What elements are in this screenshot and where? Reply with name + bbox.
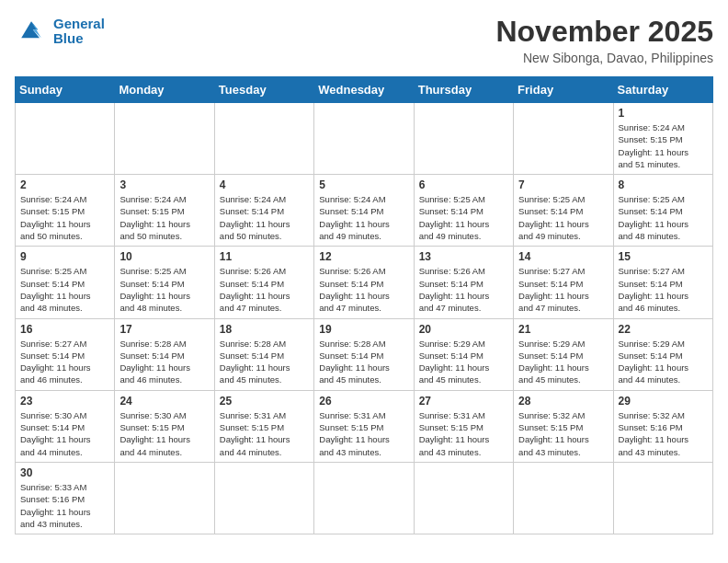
header-section: General Blue November 2025 New Sibonga, … (15, 15, 713, 65)
day-cell: 19Sunrise: 5:28 AMSunset: 5:14 PMDayligh… (314, 318, 414, 390)
weekday-header-tuesday: Tuesday (214, 77, 313, 103)
day-cell: 9Sunrise: 5:25 AMSunset: 5:14 PMDaylight… (16, 247, 115, 318)
day-cell (214, 103, 313, 175)
day-info: Sunrise: 5:32 AMSunset: 5:15 PMDaylight:… (518, 409, 608, 458)
weekday-header-thursday: Thursday (414, 77, 513, 103)
day-cell: 4Sunrise: 5:24 AMSunset: 5:14 PMDaylight… (214, 175, 313, 247)
day-info: Sunrise: 5:27 AMSunset: 5:14 PMDaylight:… (619, 265, 708, 314)
day-number: 12 (319, 250, 408, 263)
day-cell (514, 462, 613, 534)
day-number: 18 (220, 323, 309, 336)
day-cell: 6Sunrise: 5:25 AMSunset: 5:14 PMDaylight… (414, 175, 513, 247)
day-cell: 14Sunrise: 5:27 AMSunset: 5:14 PMDayligh… (514, 247, 613, 318)
logo-blue: Blue (53, 30, 84, 46)
week-row-0: 1Sunrise: 5:24 AMSunset: 5:15 PMDaylight… (16, 103, 713, 175)
day-cell: 12Sunrise: 5:26 AMSunset: 5:14 PMDayligh… (314, 247, 414, 318)
day-info: Sunrise: 5:27 AMSunset: 5:14 PMDaylight:… (518, 265, 608, 314)
day-info: Sunrise: 5:30 AMSunset: 5:15 PMDaylight:… (119, 409, 209, 458)
day-cell (16, 103, 115, 175)
day-cell: 8Sunrise: 5:25 AMSunset: 5:14 PMDaylight… (613, 175, 712, 247)
day-cell: 18Sunrise: 5:28 AMSunset: 5:14 PMDayligh… (214, 318, 313, 390)
day-cell (214, 462, 313, 534)
day-cell: 16Sunrise: 5:27 AMSunset: 5:14 PMDayligh… (16, 318, 115, 390)
day-info: Sunrise: 5:33 AMSunset: 5:16 PMDaylight:… (20, 481, 109, 530)
week-row-1: 2Sunrise: 5:24 AMSunset: 5:15 PMDaylight… (16, 175, 713, 247)
day-info: Sunrise: 5:29 AMSunset: 5:14 PMDaylight:… (419, 338, 508, 386)
weekday-header-monday: Monday (115, 77, 214, 103)
logo-icon (15, 15, 48, 48)
day-number: 10 (119, 250, 209, 263)
day-cell: 23Sunrise: 5:30 AMSunset: 5:14 PMDayligh… (16, 390, 115, 462)
day-cell: 22Sunrise: 5:29 AMSunset: 5:14 PMDayligh… (613, 318, 712, 390)
day-cell: 2Sunrise: 5:24 AMSunset: 5:15 PMDaylight… (16, 175, 115, 247)
day-cell: 1Sunrise: 5:24 AMSunset: 5:15 PMDaylight… (613, 103, 712, 175)
day-number: 8 (619, 178, 708, 191)
day-info: Sunrise: 5:24 AMSunset: 5:15 PMDaylight:… (619, 121, 708, 170)
day-info: Sunrise: 5:30 AMSunset: 5:14 PMDaylight:… (20, 409, 109, 458)
day-number: 29 (619, 395, 708, 408)
day-info: Sunrise: 5:31 AMSunset: 5:15 PMDaylight:… (319, 409, 408, 458)
day-number: 25 (220, 395, 309, 408)
logo: General Blue (15, 15, 105, 48)
day-number: 6 (419, 178, 508, 191)
calendar-body: 1Sunrise: 5:24 AMSunset: 5:15 PMDaylight… (16, 103, 713, 534)
day-number: 26 (319, 395, 408, 408)
day-info: Sunrise: 5:24 AMSunset: 5:15 PMDaylight:… (119, 193, 209, 242)
day-cell: 29Sunrise: 5:32 AMSunset: 5:16 PMDayligh… (613, 390, 712, 462)
day-cell: 5Sunrise: 5:24 AMSunset: 5:14 PMDaylight… (314, 175, 414, 247)
day-number: 4 (220, 178, 309, 191)
day-number: 13 (419, 250, 508, 263)
day-number: 14 (518, 250, 608, 263)
day-cell: 24Sunrise: 5:30 AMSunset: 5:15 PMDayligh… (115, 390, 214, 462)
weekday-header-wednesday: Wednesday (314, 77, 414, 103)
title-block: November 2025 New Sibonga, Davao, Philip… (495, 15, 713, 65)
day-number: 28 (518, 395, 608, 408)
day-cell: 28Sunrise: 5:32 AMSunset: 5:15 PMDayligh… (514, 390, 613, 462)
day-info: Sunrise: 5:28 AMSunset: 5:14 PMDaylight:… (319, 338, 408, 386)
day-info: Sunrise: 5:31 AMSunset: 5:15 PMDaylight:… (220, 409, 309, 458)
day-info: Sunrise: 5:28 AMSunset: 5:14 PMDaylight:… (220, 338, 309, 386)
day-number: 11 (220, 250, 309, 263)
day-cell: 27Sunrise: 5:31 AMSunset: 5:15 PMDayligh… (414, 390, 513, 462)
day-info: Sunrise: 5:24 AMSunset: 5:14 PMDaylight:… (319, 193, 408, 242)
day-cell (115, 462, 214, 534)
day-cell: 20Sunrise: 5:29 AMSunset: 5:14 PMDayligh… (414, 318, 513, 390)
day-cell: 26Sunrise: 5:31 AMSunset: 5:15 PMDayligh… (314, 390, 414, 462)
day-cell: 7Sunrise: 5:25 AMSunset: 5:14 PMDaylight… (514, 175, 613, 247)
day-info: Sunrise: 5:31 AMSunset: 5:15 PMDaylight:… (419, 409, 508, 458)
day-cell: 15Sunrise: 5:27 AMSunset: 5:14 PMDayligh… (613, 247, 712, 318)
day-number: 30 (20, 466, 109, 479)
day-info: Sunrise: 5:29 AMSunset: 5:14 PMDaylight:… (619, 338, 708, 386)
day-cell: 30Sunrise: 5:33 AMSunset: 5:16 PMDayligh… (16, 462, 115, 534)
day-number: 1 (619, 107, 708, 120)
week-row-3: 16Sunrise: 5:27 AMSunset: 5:14 PMDayligh… (16, 318, 713, 390)
day-number: 2 (20, 178, 109, 191)
day-cell (115, 103, 214, 175)
day-info: Sunrise: 5:24 AMSunset: 5:14 PMDaylight:… (220, 193, 309, 242)
day-info: Sunrise: 5:29 AMSunset: 5:14 PMDaylight:… (518, 338, 608, 386)
weekday-header-sunday: Sunday (16, 77, 115, 103)
day-info: Sunrise: 5:27 AMSunset: 5:14 PMDaylight:… (20, 338, 109, 386)
day-cell: 3Sunrise: 5:24 AMSunset: 5:15 PMDaylight… (115, 175, 214, 247)
weekday-header-saturday: Saturday (613, 77, 712, 103)
day-info: Sunrise: 5:26 AMSunset: 5:14 PMDaylight:… (419, 265, 508, 314)
week-row-5: 30Sunrise: 5:33 AMSunset: 5:16 PMDayligh… (16, 462, 713, 534)
day-info: Sunrise: 5:32 AMSunset: 5:16 PMDaylight:… (619, 409, 708, 458)
day-cell: 25Sunrise: 5:31 AMSunset: 5:15 PMDayligh… (214, 390, 313, 462)
day-info: Sunrise: 5:26 AMSunset: 5:14 PMDaylight:… (220, 265, 309, 314)
weekday-header-friday: Friday (514, 77, 613, 103)
day-info: Sunrise: 5:25 AMSunset: 5:14 PMDaylight:… (619, 193, 708, 242)
day-cell (414, 103, 513, 175)
day-number: 27 (419, 395, 508, 408)
day-number: 24 (119, 395, 209, 408)
day-cell: 11Sunrise: 5:26 AMSunset: 5:14 PMDayligh… (214, 247, 313, 318)
day-info: Sunrise: 5:25 AMSunset: 5:14 PMDaylight:… (119, 265, 209, 314)
day-number: 19 (319, 323, 408, 336)
day-cell: 10Sunrise: 5:25 AMSunset: 5:14 PMDayligh… (115, 247, 214, 318)
day-number: 21 (518, 323, 608, 336)
day-number: 3 (119, 178, 209, 191)
day-info: Sunrise: 5:25 AMSunset: 5:14 PMDaylight:… (518, 193, 608, 242)
location-title: New Sibonga, Davao, Philippines (495, 51, 713, 65)
week-row-4: 23Sunrise: 5:30 AMSunset: 5:14 PMDayligh… (16, 390, 713, 462)
day-number: 22 (619, 323, 708, 336)
